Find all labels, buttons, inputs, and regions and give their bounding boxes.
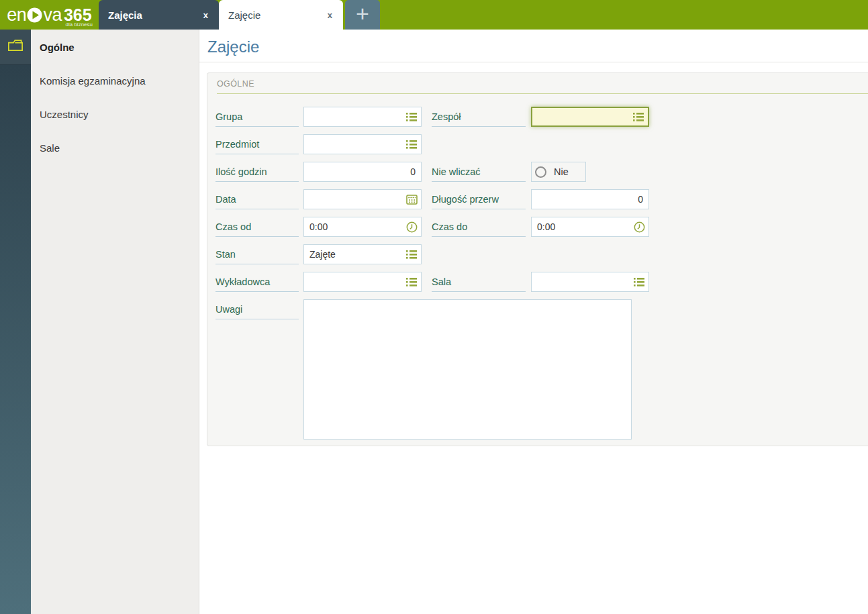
- wykladowca-label: Wykładowca: [215, 272, 299, 292]
- calendar-icon[interactable]: [402, 190, 421, 209]
- tab-zajecia[interactable]: Zajęcia x: [99, 0, 219, 30]
- logo-text-va: va: [43, 5, 62, 25]
- form-row: Ilość godzin Nie wliczać Nie: [215, 162, 868, 182]
- ilosc-godzin-input[interactable]: [304, 166, 421, 177]
- wykladowca-field: [303, 272, 422, 292]
- close-icon[interactable]: x: [201, 9, 211, 21]
- play-icon: [27, 7, 42, 23]
- form-row: Czas od Czas do: [215, 217, 868, 237]
- zespol-field: [531, 107, 649, 127]
- tab-zajecie[interactable]: Zajęcie x: [219, 0, 343, 30]
- plus-icon: +: [356, 2, 369, 25]
- radio-option-label: Nie: [554, 166, 569, 177]
- logo-tagline: dla biznesu: [66, 21, 93, 28]
- sidebar-item-sale[interactable]: Sale: [31, 132, 199, 165]
- clock-icon[interactable]: [630, 217, 648, 236]
- przedmiot-field: [303, 134, 422, 154]
- uwagi-label: Uwagi: [215, 299, 299, 319]
- sala-label: Sala: [432, 272, 526, 292]
- sidebar-item-uczestnicy[interactable]: Uczestnicy: [31, 98, 199, 132]
- przedmiot-input[interactable]: [304, 139, 402, 150]
- sidebar-item-komisja-egzaminacyjna[interactable]: Komisja egzaminacyjna: [31, 64, 199, 98]
- zespol-input[interactable]: [532, 111, 629, 122]
- sidebar: Ogólne Komisja egzaminacyjna Uczestnicy …: [31, 30, 199, 614]
- grupa-input[interactable]: [304, 111, 402, 122]
- stan-label: Stan: [215, 244, 299, 264]
- uwagi-textarea[interactable]: [304, 300, 631, 439]
- radio-circle-icon: [535, 166, 546, 178]
- czas-od-label: Czas od: [215, 217, 299, 237]
- tab-label: Zajęcie: [228, 9, 325, 21]
- form-row: Stan: [215, 244, 868, 264]
- dlugosc-przerw-input[interactable]: [532, 194, 648, 205]
- stan-input[interactable]: [304, 249, 402, 260]
- form-row: Uwagi: [215, 299, 868, 440]
- folder-icon: [6, 37, 25, 57]
- nie-wliczac-radio[interactable]: Nie: [531, 162, 586, 182]
- list-icon[interactable]: [402, 135, 421, 154]
- page-header: Zajęcie: [199, 30, 868, 62]
- grupa-label: Grupa: [215, 107, 299, 127]
- list-icon[interactable]: [629, 108, 648, 125]
- section-ogolne: OGÓLNE Grupa Zespół: [207, 72, 868, 446]
- nie-wliczac-label: Nie wliczać: [432, 162, 526, 182]
- czas-od-input[interactable]: [304, 221, 402, 232]
- sala-input[interactable]: [532, 276, 630, 287]
- grupa-field: [303, 107, 422, 127]
- wykladowca-input[interactable]: [304, 276, 402, 287]
- enova-logo: en va 365 dla biznesu: [0, 0, 99, 30]
- czas-do-label: Czas do: [432, 217, 526, 237]
- ilosc-godzin-label: Ilość godzin: [215, 162, 299, 182]
- list-icon[interactable]: [630, 272, 648, 291]
- czas-do-input[interactable]: [532, 221, 630, 232]
- zespol-label: Zespół: [432, 107, 526, 127]
- form-row: Wykładowca Sala: [215, 272, 868, 292]
- left-rail: [0, 30, 31, 614]
- stan-field: [303, 244, 422, 264]
- logo-text-en: en: [7, 5, 26, 25]
- page-title: Zajęcie: [207, 38, 259, 56]
- tab-label: Zajęcia: [108, 9, 201, 21]
- czas-do-field: [531, 217, 649, 237]
- sidebar-item-ogolne[interactable]: Ogólne: [31, 31, 199, 64]
- dlugosc-przerw-field: [531, 189, 649, 209]
- form-row: Przedmiot: [215, 134, 868, 154]
- list-icon[interactable]: [402, 272, 421, 291]
- przedmiot-label: Przedmiot: [215, 134, 299, 154]
- new-tab-button[interactable]: +: [345, 0, 380, 30]
- sala-field: [531, 272, 649, 292]
- folder-nav-button[interactable]: [0, 30, 31, 65]
- dlugosc-przerw-label: Długość przerw: [432, 189, 526, 209]
- uwagi-field: [303, 299, 632, 440]
- czas-od-field: [303, 217, 422, 237]
- data-field: [303, 189, 422, 209]
- form-body: Grupa Zespół Przedmiot: [207, 94, 868, 440]
- list-icon[interactable]: [402, 107, 421, 126]
- form-row: Grupa Zespół: [215, 107, 868, 127]
- list-icon[interactable]: [402, 245, 421, 264]
- section-title: OGÓLNE: [217, 79, 868, 94]
- clock-icon[interactable]: [402, 217, 421, 236]
- main-content: Zajęcie OGÓLNE Grupa Zespół: [199, 30, 868, 614]
- data-input[interactable]: [304, 194, 402, 205]
- data-label: Data: [215, 189, 299, 209]
- close-icon[interactable]: x: [325, 9, 335, 21]
- topbar: en va 365 dla biznesu Zajęcia x Zajęcie …: [0, 0, 868, 30]
- form-row: Data Długość przerw: [215, 189, 868, 209]
- ilosc-godzin-field: [303, 162, 422, 182]
